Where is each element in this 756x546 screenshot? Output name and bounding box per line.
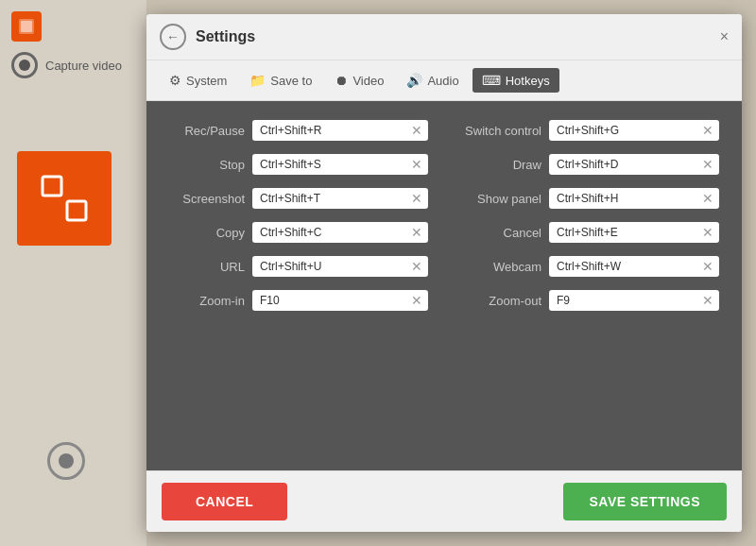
record-inner: [19, 60, 30, 71]
webcam-input-wrap: ✕: [549, 256, 719, 277]
dialog-title: Settings: [196, 28, 255, 45]
tab-audio[interactable]: 🔊 Audio: [397, 68, 468, 93]
save-settings-button[interactable]: SAVE SETTINGS: [563, 483, 727, 520]
hotkey-row-rec-pause: Rec/Pause ✕: [169, 120, 428, 141]
copy-input-wrap: ✕: [252, 222, 428, 243]
hotkey-row-draw: Draw ✕: [456, 154, 719, 175]
draw-label: Draw: [456, 158, 541, 172]
url-clear-icon[interactable]: ✕: [407, 259, 422, 274]
stop-input[interactable]: [260, 158, 407, 171]
rec-pause-clear-icon[interactable]: ✕: [407, 123, 422, 138]
cancel-key-clear-icon[interactable]: ✕: [698, 225, 713, 240]
zoom-in-label: Zoom-in: [169, 294, 245, 308]
tab-audio-label: Audio: [427, 74, 458, 88]
screenshot-label: Screenshot: [169, 192, 245, 206]
record-btn-area: Capture video: [11, 52, 122, 78]
zoom-out-input-wrap: ✕: [549, 290, 719, 311]
back-icon: ←: [166, 29, 180, 44]
screenshot-clear-icon[interactable]: ✕: [407, 191, 422, 206]
hotkeys-grid: Rec/Pause ✕ Stop ✕ Screenshot: [169, 120, 719, 324]
bottom-record-btn: [47, 442, 85, 480]
draw-clear-icon[interactable]: ✕: [698, 157, 713, 172]
hotkey-row-show-panel: Show panel ✕: [456, 188, 719, 209]
stop-clear-icon[interactable]: ✕: [407, 157, 422, 172]
zoom-in-clear-icon[interactable]: ✕: [407, 293, 422, 308]
zoom-out-clear-icon[interactable]: ✕: [698, 293, 713, 308]
tabs-row: ⚙ System 📁 Save to ⏺ Video 🔊 Audio ⌨ Hot…: [146, 60, 742, 101]
tab-hotkeys[interactable]: ⌨ Hotkeys: [472, 68, 559, 93]
copy-clear-icon[interactable]: ✕: [407, 225, 422, 240]
switch-control-input[interactable]: [557, 124, 698, 137]
back-button[interactable]: ←: [160, 24, 186, 50]
left-sidebar: Capture video: [0, 0, 146, 546]
tab-video[interactable]: ⏺ Video: [325, 68, 393, 93]
url-input-wrap: ✕: [252, 256, 428, 277]
cancel-key-input-wrap: ✕: [549, 222, 719, 243]
rec-pause-input-wrap: ✕: [252, 120, 428, 141]
screenshot-input[interactable]: [260, 192, 407, 205]
switch-control-input-wrap: ✕: [549, 120, 719, 141]
url-label: URL: [169, 260, 245, 274]
hotkeys-left-col: Rec/Pause ✕ Stop ✕ Screenshot: [169, 120, 428, 324]
tab-system-label: System: [186, 74, 227, 88]
hotkey-row-stop: Stop ✕: [169, 154, 428, 175]
hotkey-row-zoom-out: Zoom-out ✕: [456, 290, 719, 311]
dialog-titlebar: ← Settings ×: [146, 14, 742, 60]
hotkey-row-cancel-key: Cancel ✕: [456, 222, 719, 243]
copy-label: Copy: [169, 226, 245, 240]
cancel-key-label: Cancel: [456, 226, 541, 240]
svg-rect-3: [67, 201, 86, 220]
settings-dialog: ← Settings × ⚙ System 📁 Save to ⏺ Video …: [146, 14, 742, 532]
hotkey-row-zoom-in: Zoom-in ✕: [169, 290, 428, 311]
hotkey-row-screenshot: Screenshot ✕: [169, 188, 428, 209]
zoom-in-input-wrap: ✕: [252, 290, 428, 311]
hotkey-row-webcam: Webcam ✕: [456, 256, 719, 277]
svg-rect-1: [21, 21, 32, 32]
zoom-out-label: Zoom-out: [456, 294, 541, 308]
zoom-out-input[interactable]: [557, 294, 698, 307]
show-panel-clear-icon[interactable]: ✕: [698, 191, 713, 206]
webcam-input[interactable]: [557, 260, 698, 273]
hotkeys-content: Rec/Pause ✕ Stop ✕ Screenshot: [146, 101, 742, 470]
switch-control-label: Switch control: [456, 124, 541, 138]
zoom-in-input[interactable]: [260, 294, 407, 307]
video-icon: ⏺: [335, 73, 348, 88]
cancel-button[interactable]: CANCEL: [162, 483, 287, 520]
rec-pause-input[interactable]: [260, 124, 407, 137]
cancel-key-input[interactable]: [557, 226, 698, 239]
url-input[interactable]: [260, 260, 407, 273]
record-circle: [11, 52, 38, 78]
audio-icon: 🔊: [406, 73, 422, 88]
stop-input-wrap: ✕: [252, 154, 428, 175]
bottom-record-inner: [59, 453, 74, 469]
tab-save-to[interactable]: 📁 Save to: [240, 68, 321, 93]
show-panel-input-wrap: ✕: [549, 188, 719, 209]
dialog-footer: CANCEL SAVE SETTINGS: [146, 470, 742, 532]
stop-label: Stop: [169, 158, 245, 172]
draw-input[interactable]: [557, 158, 698, 171]
close-button[interactable]: ×: [720, 29, 729, 44]
screenshot-input-wrap: ✕: [252, 188, 428, 209]
saveto-icon: 📁: [249, 73, 266, 88]
draw-input-wrap: ✕: [549, 154, 719, 175]
copy-input[interactable]: [260, 226, 407, 239]
switch-control-clear-icon[interactable]: ✕: [698, 123, 713, 138]
app-logo: [11, 11, 42, 42]
tab-saveto-label: Save to: [270, 74, 312, 88]
hotkeys-icon: ⌨: [482, 73, 501, 88]
tab-hotkeys-label: Hotkeys: [506, 74, 550, 88]
webcam-label: Webcam: [456, 260, 541, 274]
capture-text: Capture video: [45, 59, 122, 73]
hotkey-row-url: URL ✕: [169, 256, 428, 277]
rec-pause-label: Rec/Pause: [169, 124, 245, 138]
hotkey-row-switch-control: Switch control ✕: [456, 120, 719, 141]
hotkeys-right-col: Switch control ✕ Draw ✕ Show pan: [456, 120, 719, 324]
show-panel-input[interactable]: [557, 192, 698, 205]
show-panel-label: Show panel: [456, 192, 541, 206]
system-icon: ⚙: [169, 73, 181, 88]
tab-video-label: Video: [352, 74, 384, 88]
hotkey-row-copy: Copy ✕: [169, 222, 428, 243]
webcam-clear-icon[interactable]: ✕: [698, 259, 713, 274]
thumbnail: [17, 151, 112, 246]
tab-system[interactable]: ⚙ System: [160, 68, 236, 93]
